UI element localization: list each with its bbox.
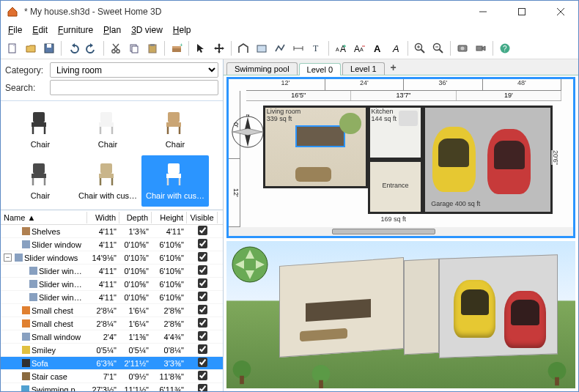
visible-checkbox[interactable] <box>198 226 207 235</box>
tree-toggle-icon[interactable]: − <box>4 254 12 262</box>
visible-checkbox[interactable] <box>198 305 207 314</box>
select-tool-icon[interactable] <box>192 40 210 57</box>
decrease-text-icon[interactable]: AA <box>350 40 368 57</box>
table-row[interactable]: Swimming pool27'3½"11'1½"6'11¾" <box>1 383 223 391</box>
new-file-icon[interactable] <box>4 40 21 57</box>
3d-nav-control-icon[interactable] <box>231 245 269 284</box>
italic-icon[interactable]: A <box>387 40 405 57</box>
create-dimensions-icon[interactable] <box>290 40 307 57</box>
search-input[interactable] <box>50 80 218 95</box>
menu-help[interactable]: Help <box>169 23 196 37</box>
paste-icon[interactable] <box>144 40 161 57</box>
minimize-button[interactable] <box>466 1 499 22</box>
col-name-header[interactable]: Name ▲ <box>1 212 87 223</box>
toolbar: +TAAAAAA? <box>1 37 578 59</box>
visible-checkbox[interactable] <box>198 344 207 354</box>
col-depth-header[interactable]: Depth <box>119 212 152 223</box>
catalog-item[interactable]: Chair with cus… <box>74 155 141 207</box>
catalog-item[interactable]: Chair <box>7 104 74 155</box>
menu-3d-view[interactable]: 3D view <box>127 23 167 37</box>
video-icon[interactable] <box>472 40 490 57</box>
table-row[interactable]: Slider win…4'11"0'10⅝"6'10⅝" <box>1 291 223 304</box>
left-panel: Category: Living room Search: ChairChair… <box>1 59 224 391</box>
pan-tool-icon[interactable] <box>210 40 228 57</box>
floor-plan-canvas[interactable]: Living room339 sq ft Kitchen144 sq ft En… <box>251 103 558 221</box>
create-text-icon[interactable]: T <box>308 40 325 57</box>
zoom-out-icon[interactable] <box>429 40 447 57</box>
increase-text-icon[interactable]: AA <box>332 40 350 57</box>
furniture-table-header[interactable]: Name ▲ Width Depth Height Visible <box>1 210 223 225</box>
svg-rect-57 <box>100 163 112 174</box>
furniture-name: Small chest <box>32 319 73 328</box>
tab-level-0[interactable]: Level 0 <box>299 63 341 75</box>
level-tabs: Swimming poolLevel 0Level 1+ <box>224 59 578 75</box>
svg-rect-50 <box>166 122 181 127</box>
copy-icon[interactable] <box>125 40 143 57</box>
toolbar-separator <box>407 41 408 56</box>
visible-checkbox[interactable] <box>198 292 207 301</box>
menu-plan[interactable]: Plan <box>99 23 125 37</box>
visible-checkbox[interactable] <box>198 371 207 380</box>
category-select[interactable]: Living room <box>50 62 218 78</box>
table-row[interactable]: Slider win…4'11"0'10⅝"6'10⅝" <box>1 265 223 278</box>
col-width-header[interactable]: Width <box>87 212 119 223</box>
menu-file[interactable]: File <box>4 23 26 37</box>
tab-swimming-pool[interactable]: Swimming pool <box>226 62 298 75</box>
bold-icon[interactable]: A <box>369 40 386 57</box>
col-height-header[interactable]: Height <box>152 212 187 223</box>
zoom-in-icon[interactable] <box>411 40 429 57</box>
create-polyline-icon[interactable] <box>271 40 289 57</box>
close-button[interactable] <box>544 1 577 22</box>
add-furniture-icon[interactable]: + <box>168 40 185 57</box>
catalog-item[interactable]: Chair <box>141 104 209 155</box>
plan-horizontal-scrollbar[interactable] <box>229 227 573 236</box>
svg-text:?: ? <box>503 45 507 53</box>
table-row[interactable]: Stair case7'1"0'9½"11'8⅜" <box>1 370 223 383</box>
visible-checkbox[interactable] <box>198 331 207 341</box>
car-plan[interactable] <box>487 129 531 194</box>
menu-furniture[interactable]: Furniture <box>54 23 97 37</box>
svg-line-30 <box>421 49 425 53</box>
visible-checkbox[interactable] <box>198 265 207 275</box>
table-row[interactable]: Small chest2'8¼"1'6¼"2'8⅝" <box>1 304 223 317</box>
car-plan[interactable] <box>432 127 476 192</box>
catalog-item[interactable]: Chair <box>74 104 141 155</box>
undo-icon[interactable] <box>64 40 82 57</box>
tab-level-1[interactable]: Level 1 <box>342 62 384 75</box>
visible-checkbox[interactable] <box>198 278 207 288</box>
photo-icon[interactable] <box>454 40 471 57</box>
create-rooms-icon[interactable] <box>253 40 270 57</box>
redo-icon[interactable] <box>83 40 100 57</box>
add-level-button[interactable]: + <box>386 60 401 75</box>
table-row[interactable]: −Slider windows14'9⅛"0'10⅞"6'10⅝" <box>1 251 223 265</box>
save-icon[interactable] <box>40 40 58 57</box>
open-file-icon[interactable] <box>22 40 40 57</box>
furniture-depth: 0'10⅝" <box>119 265 152 277</box>
create-walls-icon[interactable] <box>235 40 252 57</box>
visible-checkbox[interactable] <box>198 358 207 367</box>
furniture-depth: 1'6¼" <box>119 305 152 317</box>
cut-icon[interactable] <box>107 40 125 57</box>
furniture-name: Small chest <box>32 306 73 315</box>
catalog-item[interactable]: Chair <box>7 155 74 207</box>
maximize-button[interactable] <box>505 1 538 22</box>
help-icon[interactable]: ? <box>496 40 514 57</box>
menu-edit[interactable]: Edit <box>28 23 52 37</box>
table-row[interactable]: Shelves4'11"1'3¾"4'11" <box>1 225 223 238</box>
toolbar-separator <box>103 41 104 56</box>
3d-view[interactable] <box>226 241 575 388</box>
col-visible-header[interactable]: Visible <box>187 212 218 223</box>
visible-checkbox[interactable] <box>198 239 207 248</box>
visible-checkbox[interactable] <box>198 252 207 262</box>
table-row[interactable]: Small chest2'8¼"1'6¼"2'8⅝" <box>1 317 223 330</box>
visible-checkbox[interactable] <box>198 384 207 391</box>
plan-view[interactable]: 12'24'36'48' 0'12' 16'5"13'7"19' N Livin… <box>226 77 575 238</box>
table-row[interactable]: Small window2'4"1'1⅜"4'4¾" <box>1 330 223 344</box>
catalog-item[interactable]: Chair with cus… <box>141 155 209 207</box>
table-row[interactable]: Smiley0'5¼"0'5¼"0'8¼" <box>1 344 223 357</box>
furniture-thumb-icon <box>21 346 30 355</box>
table-row[interactable]: Slider window4'11"0'10⅝"6'10⅝" <box>1 238 223 251</box>
table-row[interactable]: Sofa6'3¾"2'11½"3'3⅜" <box>1 357 223 370</box>
visible-checkbox[interactable] <box>198 318 207 328</box>
table-row[interactable]: Slider win…4'11"0'10⅝"6'10⅝" <box>1 278 223 291</box>
